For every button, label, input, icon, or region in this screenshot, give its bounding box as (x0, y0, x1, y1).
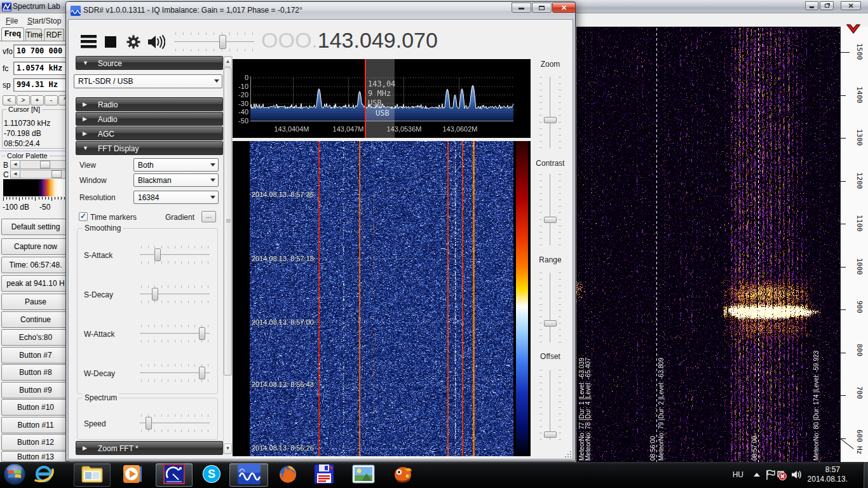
source-device-combo[interactable]: RTL-SDR / USB (74, 74, 222, 88)
sl-button-0[interactable]: Default setting (1, 219, 70, 235)
sl-button-5[interactable]: Continue (1, 311, 70, 328)
sl-button-8[interactable]: Button #8 (1, 364, 70, 381)
tray-speaker-icon[interactable] (792, 470, 802, 479)
taskbar-button-firefox[interactable] (272, 463, 304, 487)
stop-icon[interactable] (105, 36, 116, 48)
taskbar-button-spectrum-lab[interactable] (156, 463, 193, 487)
slider-w-decay[interactable] (140, 367, 210, 379)
slider-speed[interactable] (140, 417, 210, 429)
display-slider-zoom[interactable] (541, 77, 560, 148)
sdr-close-button[interactable]: ✕ (552, 3, 576, 13)
action-center-flag-icon[interactable] (766, 470, 775, 480)
menu-file[interactable]: File (4, 16, 20, 26)
slider-s-attack[interactable] (140, 249, 210, 261)
menu-icon[interactable] (81, 35, 97, 48)
tray-clock-date[interactable]: 2014.08.13. (808, 475, 848, 484)
sdr-maximize-button[interactable] (532, 3, 552, 13)
sl-button-1[interactable]: Capture now (1, 238, 70, 255)
sl-button-13[interactable]: Button #13 (1, 451, 70, 462)
tray-language[interactable]: HU (733, 470, 743, 479)
section-header-audio[interactable]: ▶Audio (76, 112, 223, 126)
arrow-left-icon[interactable]: ◄ (11, 170, 20, 178)
sdrsharp-spectrum[interactable] (233, 59, 531, 138)
sl-button-7[interactable]: Button #7 (1, 347, 70, 363)
palette-b-slider[interactable]: ◄ (10, 160, 71, 169)
vslider-thumb[interactable] (544, 431, 557, 438)
nav-button-1[interactable]: > (17, 95, 30, 105)
sl-button-6[interactable]: Echo's:80 (1, 329, 70, 346)
sl-minimize-button[interactable] (805, 1, 818, 10)
sdr-minimize-button[interactable] (512, 3, 531, 13)
taskbar-button-floppy-app[interactable] (308, 463, 341, 487)
speclab-waterfall[interactable] (576, 27, 840, 462)
section-header-source[interactable]: ▼Source (76, 56, 223, 70)
volume-slider[interactable] (174, 36, 254, 48)
slider-thumb[interactable] (152, 288, 158, 301)
scrollbar-thumb[interactable] (224, 67, 232, 376)
field-vfo[interactable]: 10 700 000 (13, 44, 71, 58)
sdrsharp-waterfall[interactable] (233, 141, 531, 456)
tab-freq[interactable]: Freq (1, 27, 24, 41)
field-sp[interactable]: 994.31 Hz (13, 78, 71, 92)
taskbar-button-internet-explorer[interactable] (28, 463, 60, 487)
scrollbar-down-icon[interactable]: ▼ (224, 444, 232, 454)
section-header-agc[interactable]: ▶AGC (76, 126, 223, 140)
taskbar-button-image-viewer[interactable] (348, 463, 379, 487)
frequency-display[interactable]: OOO.143.049.070 (261, 28, 438, 53)
sl-button-9[interactable]: Button #9 (1, 382, 70, 398)
slider-w-attack[interactable] (140, 328, 210, 339)
vslider-thumb[interactable] (544, 320, 557, 327)
sl-button-10[interactable]: Button #10 (1, 399, 70, 416)
setting-combo-resolution[interactable]: 16384 (133, 191, 219, 204)
section-header-zoomfft[interactable]: ▶Zoom FFT * (76, 441, 223, 455)
nav-button-0[interactable]: < (3, 95, 16, 105)
time-markers-checkbox[interactable]: ✓ (79, 212, 88, 221)
sl-button-12[interactable]: Button #12 (1, 434, 70, 451)
sl-button-11[interactable]: Button #11 (1, 417, 70, 433)
sl-restore-button[interactable] (820, 1, 834, 10)
section-header-fftdisplay[interactable]: ▼FFT Display (76, 141, 223, 155)
display-slider-range[interactable] (541, 273, 560, 342)
vslider-thumb[interactable] (544, 217, 557, 223)
gradient-edit-button[interactable]: ... (201, 211, 216, 222)
sl-close-button[interactable]: ✕ (841, 1, 861, 10)
tray-clock-time[interactable]: 8:57 (825, 465, 840, 474)
taskbar-button-windows-explorer[interactable] (74, 463, 111, 487)
palette-b-thumb[interactable] (40, 161, 50, 168)
palette-c-thumb[interactable] (51, 170, 62, 178)
setting-combo-view[interactable]: Both (133, 158, 219, 172)
sl-button-4[interactable]: Pause (1, 294, 70, 310)
palette-c-slider[interactable]: ◄ (10, 170, 71, 179)
settings-gear-icon[interactable] (126, 35, 140, 49)
taskbar-button-xnview[interactable] (386, 463, 420, 487)
scrollbar-up-icon[interactable]: ▲ (224, 57, 232, 67)
tray-error-icon[interactable] (775, 469, 787, 480)
slider-thumb[interactable] (146, 417, 152, 430)
display-slider-contrast[interactable] (541, 174, 560, 245)
frequency-marker-icon[interactable] (846, 24, 860, 34)
speaker-icon[interactable] (148, 35, 165, 49)
taskbar-button-sdrsharp[interactable] (229, 463, 268, 487)
section-header-radio[interactable]: ▶Radio (76, 97, 223, 111)
tab-time[interactable]: Time (25, 29, 42, 41)
show-desktop-button[interactable] (863, 462, 868, 488)
nav-button-3[interactable]: - (44, 95, 58, 105)
taskbar-button-skype[interactable]: S (196, 463, 227, 487)
slider-thumb[interactable] (199, 327, 205, 340)
field-fc[interactable]: 1.0574 kHz (13, 62, 71, 75)
resize-grip[interactable] (564, 451, 572, 458)
nav-button-2[interactable]: + (31, 95, 44, 105)
tray-chevron-up-icon[interactable] (754, 473, 760, 477)
slider-s-decay[interactable] (140, 288, 210, 300)
sl-button-2[interactable]: Time: 06:57:48. (1, 257, 70, 273)
setting-combo-window[interactable]: Blackman (133, 173, 219, 187)
taskbar-button-media-player[interactable] (116, 463, 149, 487)
display-slider-offset[interactable] (541, 370, 560, 440)
slider-thumb[interactable] (199, 367, 205, 379)
sdrsharp-titlebar[interactable]: SDR# v1.0.0.1311 - IQ Imbalance: Gain = … (66, 2, 575, 19)
slider-thumb[interactable] (154, 248, 161, 261)
menu-startstop[interactable]: Start/Stop (25, 16, 63, 26)
arrow-left-icon[interactable]: ◄ (11, 161, 20, 168)
settings-scrollbar[interactable]: ▲▼ (223, 56, 233, 454)
vslider-thumb[interactable] (544, 117, 557, 123)
